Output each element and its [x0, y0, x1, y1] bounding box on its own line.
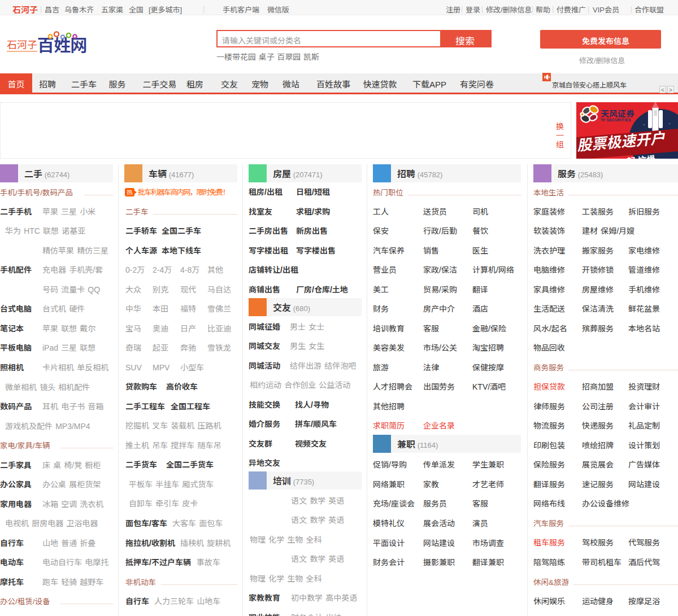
svg-text:TF SECURITIES: TF SECURITIES [601, 117, 631, 123]
